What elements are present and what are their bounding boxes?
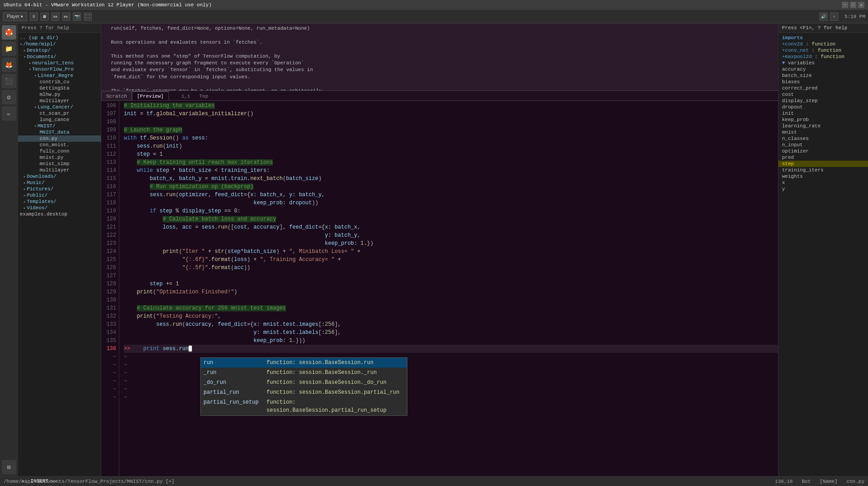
- settings-icon[interactable]: ⚙: [2, 90, 16, 104]
- prev-icon[interactable]: ⏮: [51, 13, 59, 21]
- outline-keep-prob[interactable]: keep_prob: [778, 117, 868, 123]
- speaker-icon[interactable]: 🔊: [819, 13, 827, 21]
- tree-mnist[interactable]: ▾ MNIST/: [18, 123, 101, 129]
- outline-mnist[interactable]: mnist: [778, 129, 868, 135]
- outline-init[interactable]: init: [778, 110, 868, 117]
- code-line-136: >> print sess.run█: [124, 345, 778, 353]
- player-button[interactable]: Player ▾: [3, 12, 27, 21]
- outline-pred[interactable]: pred: [778, 154, 868, 161]
- outline-conv2d[interactable]: +conv2d : function: [778, 41, 868, 47]
- usb-icon[interactable]: ⚡: [830, 13, 838, 21]
- tree-mnist-simp[interactable]: mnist_simp: [18, 161, 101, 167]
- terminal-icon[interactable]: ⬛: [2, 74, 16, 88]
- main-layout: 📁 🦊 ⬛ ⚙ ✏ ⊞ Press ? for help .. (up a di…: [0, 23, 868, 476]
- status-name-label: [Name]: [820, 479, 838, 484]
- tree-multilayer1[interactable]: multilayer: [18, 98, 101, 104]
- stop-icon[interactable]: ⏹: [41, 13, 49, 21]
- ac-item-partial-run-setup[interactable]: partial_run_setup function: session.Base…: [201, 397, 407, 415]
- next-icon[interactable]: ⏭: [62, 13, 70, 21]
- snapshot-icon[interactable]: 📷: [73, 13, 81, 21]
- outline-n-classes[interactable]: n_classes: [778, 135, 868, 142]
- tree-videos[interactable]: ▸ Videos/: [18, 205, 101, 211]
- tab-scratch[interactable]: Scratch: [101, 91, 132, 100]
- maximize-btn[interactable]: □: [850, 2, 856, 8]
- tree-home[interactable]: ▾ /home/mipl/: [18, 41, 101, 47]
- tree-mlhw[interactable]: mlhw.py: [18, 91, 101, 98]
- outline-optimizer[interactable]: optimizer: [778, 148, 868, 154]
- tab-bar: Scratch [Preview] 1,1 Top: [101, 91, 778, 101]
- tree-up-dir[interactable]: .. (up a dir): [18, 35, 101, 41]
- file-tree: Press ? for help .. (up a dir) ▾ /home/m…: [18, 23, 101, 476]
- minimize-btn[interactable]: ─: [842, 2, 848, 8]
- code-line-129: print("Optimization Finished!"): [124, 288, 778, 296]
- tree-contrib[interactable]: contrib_cu: [18, 79, 101, 85]
- outline-x[interactable]: x: [778, 180, 868, 186]
- outline-n-input[interactable]: n_input: [778, 142, 868, 148]
- outline-conv-net[interactable]: +conv_net : function: [778, 47, 868, 54]
- tree-multilayer2[interactable]: multilayer: [18, 167, 101, 173]
- outline-accuracy[interactable]: accuracy: [778, 66, 868, 72]
- svg-point-1: [8, 29, 10, 31]
- tree-fully-conn[interactable]: fully_conn: [18, 148, 101, 154]
- code-line-112: step = 1: [124, 150, 778, 158]
- outline-display-step[interactable]: display_step: [778, 98, 868, 104]
- tree-neuralart[interactable]: ▸ neuralart_tens: [18, 60, 101, 66]
- code-editor[interactable]: 106107108109110 111112113114115 11611711…: [101, 101, 778, 476]
- code-line-121: loss, acc = sess.run([cost, accuracy], f…: [124, 223, 778, 231]
- pen-icon[interactable]: ✏: [2, 106, 16, 121]
- title-text: Ubuntu 64-bit - VMware Workstation 12 Pl…: [4, 2, 212, 8]
- outline-training-iters[interactable]: training_iters: [778, 167, 868, 173]
- outline-maxpool2d[interactable]: +maxpool2d : function: [778, 54, 868, 60]
- outline-correct-pred[interactable]: correct_pred: [778, 85, 868, 91]
- tree-cnn-mnist[interactable]: cnn_mnist.: [18, 142, 101, 148]
- tree-music[interactable]: ▸ Music/: [18, 180, 101, 186]
- tree-downloads[interactable]: ▸ Downloads/: [18, 173, 101, 180]
- code-line-133: sess.run(accuracy, feed_dict={x: mnist.t…: [124, 320, 778, 328]
- tree-lung-cancer[interactable]: ▾ Lung_Cancer/: [18, 104, 101, 110]
- tree-desktop[interactable]: ▸ Desktop/: [18, 47, 101, 54]
- tree-pictures[interactable]: ▸ Pictures/: [18, 186, 101, 192]
- tree-templates[interactable]: ▸ Templates/: [18, 198, 101, 205]
- tab-status: 1,1 Top: [178, 92, 212, 100]
- tab-preview[interactable]: [Preview]: [132, 91, 168, 100]
- tree-linear-regre[interactable]: ▾ Linear_Regre: [18, 72, 101, 79]
- tree-documents[interactable]: ▾ Documents/: [18, 54, 101, 60]
- tree-ct-scan[interactable]: ct_scan_pr: [18, 110, 101, 117]
- ubuntu-icon[interactable]: [2, 25, 16, 40]
- outline-weights[interactable]: weights: [778, 173, 868, 180]
- code-line-108: [124, 118, 778, 126]
- outline-imports: imports: [778, 35, 868, 41]
- close-btn[interactable]: ✕: [858, 2, 864, 8]
- outline-dropout[interactable]: dropout: [778, 104, 868, 110]
- outline-cost[interactable]: cost: [778, 91, 868, 98]
- code-content[interactable]: # Initializing the variables init = tf.g…: [119, 101, 778, 476]
- code-line-127: [124, 272, 778, 280]
- file-tree-header: Press ? for help: [18, 23, 101, 33]
- files-icon[interactable]: 📁: [2, 41, 16, 56]
- tree-lung-cance[interactable]: lung_cance: [18, 117, 101, 123]
- pause-icon[interactable]: ⏸: [30, 13, 38, 21]
- autocomplete-dropdown[interactable]: run function: session.BaseSession.run _r…: [200, 357, 407, 416]
- outline-step[interactable]: step: [778, 161, 868, 167]
- code-line-111: sess.run(init): [124, 142, 778, 150]
- tree-public[interactable]: ▸ Public/: [18, 192, 101, 198]
- firefox-icon[interactable]: 🦊: [2, 58, 16, 72]
- outline-learning-rate[interactable]: learning_rate: [778, 123, 868, 129]
- outline-batch-size[interactable]: batch_size: [778, 72, 868, 79]
- code-line-124: print("Iter " + str(step*batch_size) + "…: [124, 248, 778, 256]
- ac-item-_run[interactable]: _run function: session.BaseSession._run: [201, 368, 407, 378]
- tree-mnist-py[interactable]: mnist.py: [18, 154, 101, 161]
- code-line-132: print("Testing Accuracy:",: [124, 312, 778, 320]
- outline-y[interactable]: y: [778, 186, 868, 192]
- tree-cnn-py[interactable]: cnn.py: [18, 135, 101, 142]
- outline-biases[interactable]: biases: [778, 79, 868, 85]
- ac-item-do-run[interactable]: _do_run function: session.BaseSession._d…: [201, 378, 407, 387]
- ac-item-partial-run[interactable]: partial_run function: session.BaseSessio…: [201, 387, 407, 397]
- ac-item-run[interactable]: run function: session.BaseSession.run: [201, 358, 407, 368]
- tree-gettingsta[interactable]: GettingSta: [18, 85, 101, 91]
- tree-examples[interactable]: examples.desktop: [18, 211, 101, 217]
- tree-mnist-data[interactable]: MNIST_data: [18, 129, 101, 135]
- show-desktop-icon[interactable]: ⊞: [2, 460, 16, 474]
- tree-tensorflow-pro[interactable]: ▾ TensorFlow_Pro: [18, 66, 101, 72]
- fullscreen-icon[interactable]: ⛶: [84, 13, 92, 21]
